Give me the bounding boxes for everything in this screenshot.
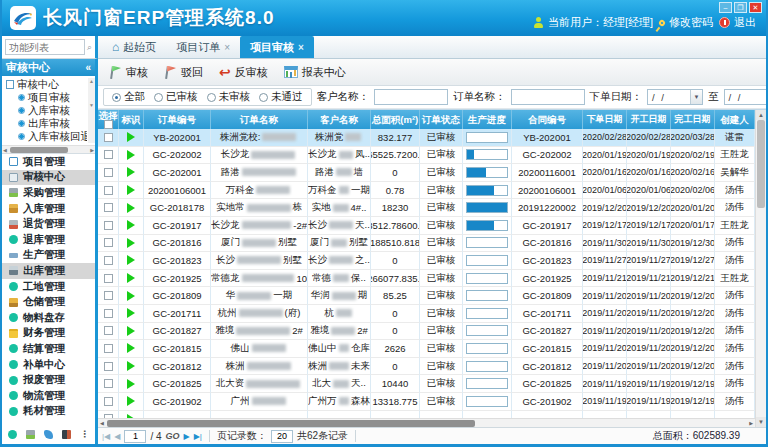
scroll-right-icon[interactable]: ▶ xyxy=(90,146,94,154)
sidebar-item-出库管理[interactable]: 出库管理 xyxy=(2,263,95,279)
column-header-创建人[interactable]: 创建人 xyxy=(715,110,755,129)
sidebar-item-结算管理[interactable]: 结算管理 xyxy=(2,341,95,357)
sidebar-item-项目管理[interactable]: 项目管理 xyxy=(2,154,95,170)
tree-item-项目审核[interactable]: 项目审核 xyxy=(6,91,87,104)
sidebar-item-退货管理[interactable]: 退货管理 xyxy=(2,216,95,232)
tree-item-出库审核[interactable]: 出库审核 xyxy=(6,117,87,130)
table-row[interactable]: GC-202001路港路港墙0已审核202001160012020/01/162… xyxy=(98,164,755,182)
radio-全部[interactable]: 全部 xyxy=(112,90,145,104)
row-checkbox[interactable] xyxy=(104,133,113,142)
row-checkbox[interactable] xyxy=(104,150,113,159)
row-checkbox[interactable] xyxy=(104,238,113,247)
row-checkbox[interactable] xyxy=(104,274,113,283)
table-row[interactable]: GC-201816厦门别墅厦门别墅188510.818已审核GC-2018162… xyxy=(98,235,755,253)
column-header-订单名称[interactable]: 订单名称 xyxy=(211,110,308,129)
sidebar-item-耗材管理[interactable]: 耗材管理 xyxy=(2,404,95,420)
table-row[interactable]: GC-201815佛山佛山中仓库2626已审核GC-2018152019/11/… xyxy=(98,340,755,358)
驳回-button[interactable]: 驳回 xyxy=(159,62,212,83)
sidebar-item-财务管理[interactable]: 财务管理 xyxy=(2,326,95,342)
scroll-down-icon[interactable]: ▼ xyxy=(756,417,766,427)
tree-root[interactable]: 审核中心 xyxy=(6,78,87,91)
scrollbar-thumb[interactable] xyxy=(107,420,475,427)
table-row[interactable]: GC-2018178实地常栋实地4#..18230已审核201912200022… xyxy=(98,199,755,217)
row-checkbox[interactable] xyxy=(104,344,113,353)
scroll-left-icon[interactable]: ◀ xyxy=(3,146,7,154)
反审核-button[interactable]: ↩反审核 xyxy=(214,62,277,83)
person-icon[interactable] xyxy=(62,430,71,439)
scroll-up-icon[interactable]: ▲ xyxy=(756,110,766,120)
column-header-选择[interactable]: 选择 xyxy=(98,110,119,129)
column-header-开工日期[interactable]: 开工日期 xyxy=(627,110,671,129)
row-checkbox[interactable] xyxy=(104,221,113,230)
go-button[interactable]: GO xyxy=(166,431,180,441)
customer-name-input[interactable] xyxy=(374,89,448,105)
sidebar-item-审核中心[interactable]: 审核中心 xyxy=(2,170,95,186)
close-button[interactable]: ✕ xyxy=(749,2,762,13)
row-checkbox[interactable] xyxy=(104,379,113,388)
table-row[interactable]: GC-202002长沙龙长沙龙凤..65525.7200..已审核GC-2020… xyxy=(98,147,755,165)
row-checkbox[interactable] xyxy=(104,203,113,212)
table-row[interactable]: GC-201825北大资北大天..10440已审核GC-2018252019/1… xyxy=(98,375,755,393)
table-row[interactable]: GC-201812株洲株洲未来0已审核GC-2018122019/11/2020… xyxy=(98,358,755,376)
sidebar-item-补单中心[interactable]: 补单中心 xyxy=(2,357,95,373)
radio-未审核[interactable]: 未审核 xyxy=(207,90,251,104)
row-checkbox[interactable] xyxy=(104,256,113,265)
tree-item-入库审核[interactable]: 入库审核 xyxy=(6,104,87,117)
tab-起始页[interactable]: ⌂起始页 xyxy=(102,36,166,58)
row-checkbox[interactable] xyxy=(104,362,113,371)
column-header-客户名称[interactable]: 客户名称 xyxy=(308,110,371,129)
column-header-总面积(m²)[interactable]: 总面积(m²) xyxy=(371,110,420,129)
table-row[interactable] xyxy=(98,411,755,419)
column-header-订单状态[interactable]: 订单状态 xyxy=(420,110,463,129)
order-date-input[interactable]: / / ▼ xyxy=(647,89,703,105)
close-tab-icon[interactable]: × xyxy=(298,42,304,53)
collapse-icon[interactable]: « xyxy=(85,62,91,73)
scrollbar-thumb[interactable] xyxy=(757,120,765,208)
column-header-标识[interactable]: 标识 xyxy=(119,110,144,129)
grid-vertical-scrollbar[interactable]: ▲ ▼ xyxy=(755,110,766,427)
page-size-input[interactable] xyxy=(271,430,293,443)
table-row[interactable]: GC-201902广州广州万森林13318.775已审核GC-201902201… xyxy=(98,393,755,411)
grid-horizontal-scrollbar[interactable]: ◀ ▶ xyxy=(98,418,755,427)
radio-已审核[interactable]: 已审核 xyxy=(154,90,198,104)
sidebar-item-采购管理[interactable]: 采购管理 xyxy=(2,185,95,201)
next-page-button[interactable]: ▶ xyxy=(184,432,190,441)
tab-项目审核[interactable]: 项目审核× xyxy=(240,36,314,58)
table-row[interactable]: 20200106001万科金万科金一期0.78已审核20200106001202… xyxy=(98,182,755,200)
row-checkbox[interactable] xyxy=(104,168,113,177)
sidebar-item-生产管理[interactable]: 生产管理 xyxy=(2,248,95,264)
row-checkbox[interactable] xyxy=(104,186,113,195)
sidebar-item-退库管理[interactable]: 退库管理 xyxy=(2,232,95,248)
tree-item-入库审核回退[interactable]: 入库审核回退 xyxy=(6,130,87,143)
function-search-input[interactable] xyxy=(5,39,85,55)
row-checkbox[interactable] xyxy=(104,326,113,335)
column-header-合同编号[interactable]: 合同编号 xyxy=(512,110,583,129)
table-row[interactable]: GC-201711杭州(府)杭0已审核GC-2017112019/11/2020… xyxy=(98,305,755,323)
table-row[interactable]: GC-201925常德龙10常德保..266077.835..已审核GC-201… xyxy=(98,270,755,288)
sidebar-item-物流管理[interactable]: 物流管理 xyxy=(2,388,95,404)
radio-未通过[interactable]: 未通过 xyxy=(259,90,303,104)
first-page-button[interactable]: |◀ xyxy=(102,432,110,441)
column-header-生产进度[interactable]: 生产进度 xyxy=(463,110,512,129)
column-header-完工日期[interactable]: 完工日期 xyxy=(671,110,715,129)
dot-icon[interactable] xyxy=(8,430,17,439)
table-row[interactable]: GC-201917长沙龙-2#长沙天..8512.78600..已审核GC-20… xyxy=(98,217,755,235)
order-date-to-input[interactable]: / / ▼ xyxy=(724,89,767,105)
more-icon[interactable]: ⋮ xyxy=(80,430,89,439)
row-checkbox[interactable] xyxy=(104,309,113,318)
prev-page-button[interactable]: ◀ xyxy=(114,432,120,441)
sidebar-item-工地管理[interactable]: 工地管理 xyxy=(2,279,95,295)
table-row[interactable]: GC-201827雅境2#雅境2#0已审核GC-2018272019/11/20… xyxy=(98,323,755,341)
报表中心-button[interactable]: 报表中心 xyxy=(279,62,355,83)
order-name-input[interactable] xyxy=(511,89,585,105)
table-row[interactable]: GC-201823长沙别墅长沙之..0已审核GC-2018232019/11/2… xyxy=(98,252,755,270)
last-page-button[interactable]: ▶| xyxy=(194,432,202,441)
row-checkbox[interactable] xyxy=(104,291,113,300)
table-row[interactable]: YB-202001株洲党校:株洲党832.177已审核YB-2020012020… xyxy=(98,129,755,147)
tree-vertical-scrollbar[interactable]: ▲▼ xyxy=(88,78,95,143)
sidebar-item-入库管理[interactable]: 入库管理 xyxy=(2,201,95,217)
审核-button[interactable]: 审核 xyxy=(104,62,157,83)
column-header-下单日期[interactable]: 下单日期 xyxy=(583,110,627,129)
sidebar-item-报废管理[interactable]: 报废管理 xyxy=(2,372,95,388)
column-header-订单编号[interactable]: 订单编号 xyxy=(144,110,211,129)
